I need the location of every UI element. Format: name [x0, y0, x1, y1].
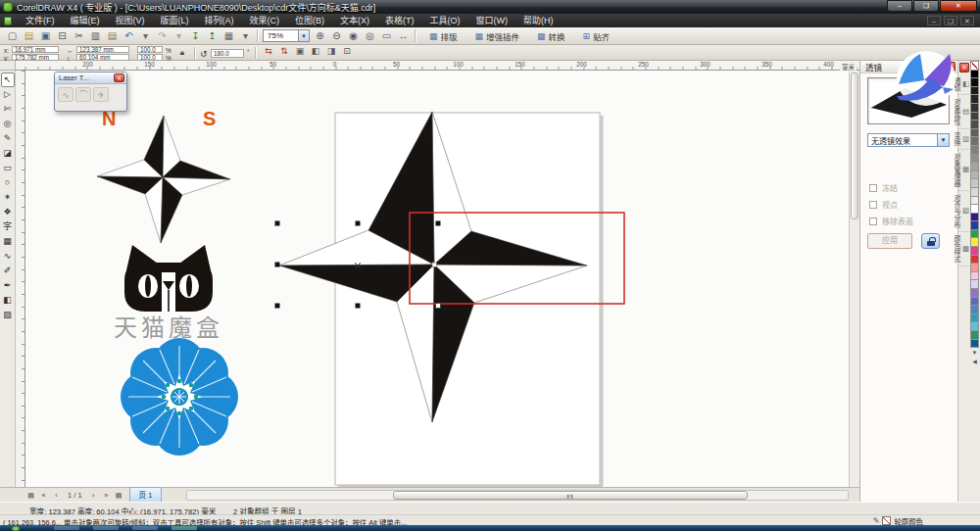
maximize-button[interactable]: ❏ — [913, 0, 939, 12]
add-page-icon[interactable]: ▤ — [114, 490, 124, 501]
wrap-text-icon[interactable]: ⊡ — [339, 45, 355, 58]
undo-dropdown-icon[interactable]: ▾ — [137, 28, 154, 43]
laser-tool-1[interactable]: ∿ — [58, 87, 74, 102]
checkbox[interactable] — [869, 217, 877, 225]
application-launcher-icon[interactable]: ▦ — [220, 28, 237, 43]
freehand-tool[interactable]: ✎ — [1, 131, 15, 146]
mirror-vertical-icon[interactable]: ⇅ — [276, 45, 292, 58]
menu-item[interactable]: 位图(B) — [287, 14, 332, 27]
laser-tools-floating-toolbar[interactable]: Laser T... ✕ ∿⌒✈ — [54, 72, 127, 112]
palette-scroll-down-icon[interactable]: ▼ — [972, 350, 978, 357]
undo-icon[interactable]: ↶ — [121, 28, 137, 43]
mirror-horizontal-icon[interactable]: ⇆ — [261, 45, 276, 58]
close-button[interactable]: ✕ — [940, 0, 977, 12]
taskbar-item[interactable] — [93, 526, 119, 530]
minimize-button[interactable]: – — [887, 0, 912, 12]
zoom-width-icon[interactable]: ↔ — [395, 28, 412, 43]
next-page-icon[interactable]: › — [88, 490, 99, 501]
horizontal-scrollbar[interactable]: ▮▮ — [186, 490, 849, 501]
zoom-page-icon[interactable]: ▭ — [378, 28, 395, 43]
convert-button[interactable]: ▦转换 — [530, 28, 572, 44]
last-page-icon[interactable]: » — [101, 490, 112, 501]
taskbar-item[interactable] — [54, 526, 79, 530]
copy-icon[interactable]: ▥ — [87, 28, 104, 43]
frozen-checkbox[interactable]: 冻结 — [869, 182, 898, 193]
menu-item[interactable]: 表格(T) — [377, 14, 422, 27]
start-button[interactable] — [12, 526, 20, 531]
text-tool[interactable]: 字 — [1, 219, 15, 234]
checkbox[interactable] — [869, 201, 877, 209]
zoom-in-icon[interactable]: ⊕ — [312, 28, 328, 43]
scale-y-field[interactable]: 100.0 — [137, 54, 163, 61]
menu-item[interactable]: 版面(L) — [153, 14, 197, 27]
vertical-scrollbar[interactable] — [849, 71, 859, 487]
table-tool[interactable]: ▦ — [1, 234, 15, 249]
menu-item[interactable]: 效果(C) — [242, 14, 288, 27]
interactive-blend-tool[interactable]: ∿ — [1, 249, 15, 264]
previous-page-icon[interactable]: ‹ — [51, 490, 62, 501]
zoom-tool[interactable]: ◎ — [1, 117, 15, 131]
export-icon[interactable]: ↥ — [204, 28, 220, 43]
plugins-button[interactable]: ▦增强插件 — [468, 28, 527, 44]
vertical-ruler[interactable] — [16, 71, 25, 487]
tmall-text[interactable]: 天猫魔盒 — [90, 309, 247, 343]
zoom-out-icon[interactable]: ⊖ — [328, 28, 345, 43]
outline-pen-tool[interactable]: ✒ — [1, 278, 15, 293]
compass-s-label[interactable]: S — [203, 108, 216, 130]
menu-item[interactable]: 帮助(H) — [515, 14, 562, 27]
close-icon[interactable]: ✕ — [114, 73, 124, 82]
zoom-all-objects-icon[interactable]: ◎ — [362, 28, 378, 43]
doc-window-control[interactable]: ❏ — [944, 16, 957, 25]
trim-icon[interactable]: ◨ — [323, 45, 339, 58]
flower-logo[interactable] — [121, 338, 238, 456]
new-document-icon[interactable]: ▢ — [4, 28, 21, 43]
menu-item[interactable]: 工具(O) — [422, 14, 468, 27]
cut-icon[interactable]: ✂ — [71, 28, 87, 43]
weld-icon[interactable]: ◧ — [308, 45, 323, 58]
combine-icon[interactable]: ▣ — [292, 45, 308, 58]
doc-window-control[interactable]: ✕ — [960, 16, 974, 25]
redo-icon[interactable]: ↷ — [154, 28, 171, 43]
menu-item[interactable]: 编辑(E) — [63, 14, 108, 27]
menu-item[interactable]: 文本(X) — [332, 14, 377, 27]
lock-button[interactable] — [921, 233, 940, 249]
windows-taskbar[interactable] — [0, 525, 980, 531]
menu-item[interactable]: 排列(A) — [197, 14, 242, 27]
snap-button[interactable]: ⊞贴齐 — [576, 28, 617, 44]
palette-swatch[interactable] — [970, 339, 980, 349]
zoom-level-combo[interactable]: 75% ▼ — [263, 29, 310, 42]
redo-dropdown-icon[interactable]: ▾ — [171, 28, 187, 43]
width-field[interactable]: 123.387 mm — [76, 46, 129, 53]
apply-button[interactable]: 应用 — [867, 233, 912, 249]
menu-item[interactable]: 文件(F) — [18, 14, 63, 27]
fill-tool[interactable]: ◧ — [1, 293, 15, 308]
canvas-artwork[interactable] — [25, 71, 849, 487]
lens-type-dropdown[interactable]: 无透镜效果 ▼ — [867, 133, 950, 147]
print-icon[interactable]: ⊟ — [54, 28, 71, 43]
layout-button[interactable]: ▦排版 — [422, 28, 465, 44]
height-field[interactable]: 60.104 mm — [76, 54, 129, 61]
palette-flyout-icon[interactable]: ◀ — [972, 359, 977, 365]
tmall-cat-logo[interactable] — [124, 245, 213, 312]
menu-item[interactable]: 窗口(W) — [468, 14, 516, 27]
pick-tool[interactable]: ↖ — [1, 72, 15, 87]
crop-tool[interactable]: ✄ — [1, 102, 15, 117]
taskbar-item[interactable] — [132, 526, 158, 530]
doc-window-control[interactable]: ‒ — [927, 16, 941, 25]
remove-face-checkbox[interactable]: 移除表面 — [869, 216, 913, 226]
taskbar-item-active[interactable] — [172, 526, 197, 530]
drawing-canvas[interactable]: N S 天猫魔盒 Laser T... ✕ ∿⌒✈ — [25, 71, 849, 487]
polygon-tool[interactable]: ✶ — [1, 190, 15, 205]
compass-star-small[interactable] — [97, 116, 230, 243]
horizontal-ruler[interactable]: 20015010050050100150200250300350400 毫米 — [16, 61, 859, 71]
ellipse-tool[interactable]: ○ — [1, 175, 15, 190]
x-position-field[interactable]: 16.971 mm — [12, 46, 59, 53]
horizontal-scrollbar-thumb[interactable]: ▮▮ — [393, 491, 748, 500]
chevron-down-icon[interactable]: ▼ — [937, 134, 949, 146]
laser-tool-3[interactable]: ✈ — [93, 87, 109, 102]
first-page-icon[interactable]: « — [38, 490, 49, 501]
zoom-selected-icon[interactable]: ◉ — [345, 28, 362, 43]
vertical-scrollbar-thumb[interactable] — [851, 72, 858, 219]
open-icon[interactable]: ▤ — [21, 28, 37, 43]
paste-icon[interactable]: ▤ — [104, 28, 121, 43]
